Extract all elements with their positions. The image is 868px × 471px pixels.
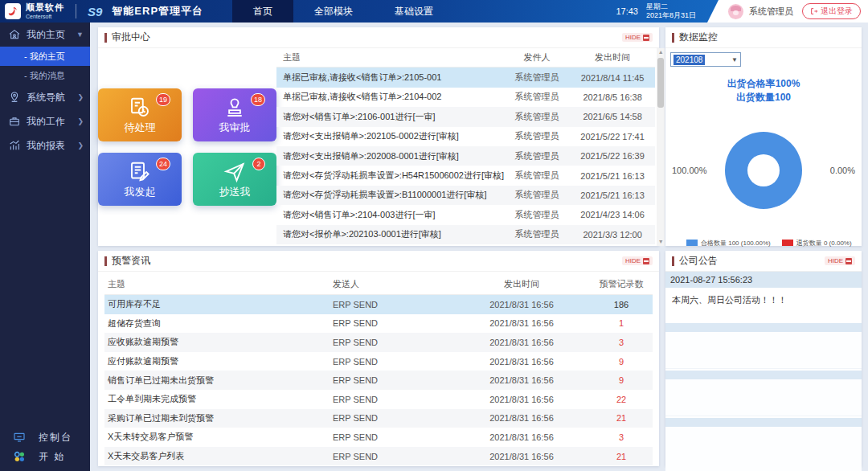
sidebar-group-home[interactable]: 我的主页 ▼ <box>0 23 90 47</box>
table-row[interactable]: 单据已审核,请接收<销售订单>:2104-002 系统管理员 2021/8/5 … <box>276 88 655 107</box>
cell-sender: 系统管理员 <box>504 130 570 142</box>
scroll-up-icon[interactable]: ▲ <box>657 48 665 56</box>
table-row[interactable]: X天未转交易客户预警 ERP SEND 2021/8/31 16:56 3 <box>104 428 653 447</box>
table-row[interactable]: 请您对<销售订单>:2106-001进行[一审] 系统管理员 2021/6/5 … <box>276 107 655 126</box>
home-icon <box>8 28 21 41</box>
cell-sender: ERP SEND <box>333 300 453 309</box>
cell-time: 2021/6/5 14:58 <box>570 112 655 121</box>
sidebar: 我的主页 ▼ 我的主页 我的消息 系统导航 ❯ 我的工作 ❯ 我的报表 ❯ 控制… <box>0 23 90 471</box>
monitor-summary: 出货合格率100% 出货数量100 <box>665 77 862 105</box>
vertical-scrollbar[interactable]: ▲ ▼ <box>657 48 665 246</box>
sidebar-group-system-nav[interactable]: 系统导航 ❯ <box>0 85 90 109</box>
cell-count: 3 <box>590 432 653 442</box>
nav-all-modules[interactable]: 全部模块 <box>293 0 374 23</box>
cell-time: 2021/5/22 17:41 <box>570 132 655 141</box>
cell-sender: 系统管理员 <box>504 72 570 84</box>
panel-accent-bar <box>672 256 674 266</box>
sidebar-item-my-messages[interactable]: 我的消息 <box>0 66 90 85</box>
table-row[interactable]: 请您对<报价单>:202103-0001进行[审核] 系统管理员 2021/3/… <box>276 225 655 244</box>
table-row[interactable]: 单据已审核,请接收<销售订单>:2105-001 系统管理员 2021/8/14… <box>276 68 655 87</box>
cell-sender: ERP SEND <box>333 395 453 404</box>
date: 2021年8月31日 <box>646 11 696 20</box>
announcement-empty <box>665 379 862 416</box>
tile-my-approvals[interactable]: 18 我审批 <box>193 88 276 141</box>
centersoft-logo-icon <box>5 3 21 19</box>
console-icon <box>13 431 26 444</box>
cell-sender: 系统管理员 <box>504 91 570 103</box>
nav-home[interactable]: 首页 <box>232 0 293 23</box>
alerts-hide-button[interactable]: HIDE <box>622 256 653 265</box>
period-select[interactable]: 202108 ▼ <box>670 52 741 67</box>
approval-tiles: 19 待处理 18 我审批 24 我发起 2 抄送我 <box>98 48 276 246</box>
tile-pending[interactable]: 19 待处理 <box>98 88 182 141</box>
table-row[interactable]: 超储存货查询 ERP SEND 2021/8/31 16:56 1 <box>104 314 653 334</box>
table-row[interactable]: 请您对<存货浮动耗损率设置>:B11000001进行[审核] 系统管理员 202… <box>276 186 655 205</box>
table-row[interactable]: 销售订单已过期未出货预警 ERP SEND 2021/8/31 16:56 9 <box>104 371 653 390</box>
panel-accent-bar <box>104 256 107 266</box>
table-row[interactable]: 工令单到期未完成预警 ERP SEND 2021/8/31 16:56 22 <box>104 390 653 409</box>
initiated-badge: 24 <box>156 158 170 170</box>
table-row[interactable]: 请您对<支出报销单>:202105-0002进行[审核] 系统管理员 2021/… <box>276 127 655 146</box>
chevron-right-icon: ❯ <box>77 117 84 125</box>
table-row[interactable]: X天未交易客户列表 ERP SEND 2021/8/31 16:56 21 <box>104 447 653 466</box>
announcement-timestamp: 2021-08-27 15:56:23 <box>665 272 862 288</box>
cell-subject: 超储存货查询 <box>104 317 333 330</box>
console-button[interactable]: 控制台 <box>0 428 90 447</box>
cell-time: 2021/8/31 16:56 <box>453 357 590 367</box>
top-header: 顺景软件 Centersoft S9 智能ERP管理平台 首页 全部模块 基础设… <box>0 0 868 23</box>
panel-accent-bar <box>104 33 107 43</box>
cell-subject: X天未转交易客户预警 <box>104 431 333 443</box>
cell-subject: 请您对<支出报销单>:202105-0002进行[审核] <box>276 130 504 142</box>
cell-time: 2021/8/31 16:56 <box>453 375 590 385</box>
sidebar-item-my-home[interactable]: 我的主页 <box>0 47 90 66</box>
announcement-divider <box>665 323 862 332</box>
avatar[interactable] <box>728 4 743 19</box>
sidebar-group-my-reports[interactable]: 我的报表 ❯ <box>0 133 90 158</box>
cell-subject: 单据已审核,请接收<销售订单>:2104-002 <box>276 91 504 103</box>
top-nav: 首页 全部模块 基础设置 <box>232 0 454 23</box>
cell-sender: 系统管理员 <box>504 150 570 162</box>
table-row[interactable]: 应付账款逾期预警 ERP SEND 2021/8/31 16:56 9 <box>104 352 653 371</box>
cell-time: 2021/8/31 16:56 <box>453 452 590 461</box>
chart-legend: 合格数量 100 (100.00%) 退货数量 0 (0.00%) <box>665 231 862 248</box>
cell-subject: 请您对<存货浮动耗损率设置>:B11000001进行[审核] <box>276 189 504 201</box>
table-row[interactable]: 可用库存不足 ERP SEND 2021/8/31 16:56 186 <box>104 295 653 314</box>
table-row[interactable]: 请您对<支出报销单>:202008-0001进行[审核] 系统管理员 2021/… <box>276 146 655 166</box>
donut-chart: 100.00% 0.00% <box>665 110 862 231</box>
clock: 17:43 <box>616 6 638 16</box>
scroll-down-icon[interactable]: ▼ <box>657 238 665 246</box>
table-row[interactable]: 请您对<存货浮动耗损率设置>:H54R15006002进行[审核] 系统管理员 … <box>276 166 655 185</box>
alerts-table-header: 主题 发送人 发出时间 预警记录数 <box>104 273 653 295</box>
scroll-thumb[interactable] <box>657 58 664 108</box>
start-button[interactable]: 开 始 <box>0 447 90 466</box>
table-row[interactable]: 请您对<销售订单>:2104-003进行[一审] 系统管理员 2021/4/23… <box>276 205 655 224</box>
nav-basic-settings[interactable]: 基础设置 <box>374 0 454 23</box>
location-pin-icon <box>8 91 21 104</box>
cell-time: 2021/5/22 16:39 <box>570 151 655 161</box>
logout-icon <box>810 7 818 15</box>
chevron-down-icon: ▼ <box>731 56 738 63</box>
donut-left-label: 100.00% <box>672 166 706 175</box>
user-area: 系统管理员 退出登录 <box>707 0 868 23</box>
todo-clock-icon <box>128 96 152 120</box>
tile-cc-me[interactable]: 2 抄送我 <box>193 153 276 206</box>
cell-time: 2021/8/14 11:45 <box>570 73 655 83</box>
logout-button[interactable]: 退出登录 <box>802 3 861 19</box>
announcements-hide-button[interactable]: HIDE <box>825 256 855 265</box>
cell-time: 2021/8/31 16:56 <box>453 413 590 423</box>
announcement-content[interactable]: 本周六、周日公司活动！！！ <box>665 288 862 322</box>
table-row[interactable]: 采购订单已过期未到货预警 ERP SEND 2021/8/31 16:56 21 <box>104 409 653 428</box>
table-row[interactable]: 应收账款逾期预警 ERP SEND 2021/8/31 16:56 3 <box>104 333 653 352</box>
cell-time: 2021/8/31 16:56 <box>453 338 590 347</box>
cell-time: 2021/4/23 14:06 <box>570 210 655 219</box>
panel-accent-bar <box>672 33 674 43</box>
cell-subject: 单据已审核,请接收<销售订单>:2105-001 <box>276 72 504 84</box>
cell-subject: X天未交易客户列表 <box>104 450 333 462</box>
sidebar-group-my-work[interactable]: 我的工作 ❯ <box>0 109 90 133</box>
approval-hide-button[interactable]: HIDE <box>622 33 653 42</box>
my-approvals-badge: 18 <box>251 93 265 106</box>
pass-rate-text: 出货合格率100% <box>665 77 862 91</box>
tile-initiated-by-me[interactable]: 24 我发起 <box>98 153 182 206</box>
cell-count: 9 <box>590 357 653 367</box>
product-title: 智能ERP管理平台 <box>112 4 203 18</box>
